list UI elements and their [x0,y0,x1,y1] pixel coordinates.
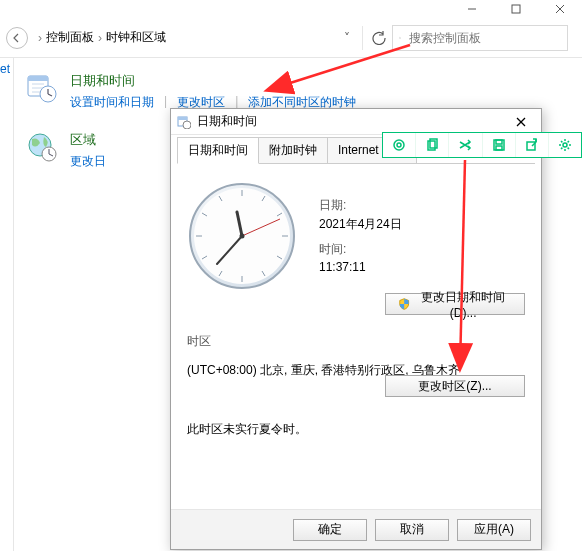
dialog-icon [177,115,191,129]
ok-button[interactable]: 确定 [293,519,367,541]
button-label: 更改时区(Z)... [418,378,491,395]
timezone-section-label: 时区 [187,333,525,350]
svg-point-20 [183,121,191,129]
breadcrumb[interactable]: › 控制面板 › 时钟和区域 [34,29,332,46]
breadcrumb-item[interactable]: 控制面板 [46,29,94,46]
svg-rect-19 [178,117,187,120]
breadcrumb-dropdown[interactable]: ˅ [338,31,356,45]
category-title[interactable]: 日期和时间 [70,72,356,90]
button-label: 取消 [400,521,424,538]
chevron-right-icon: › [38,31,42,45]
window-maximize-button[interactable] [494,0,538,18]
category-date-time: 日期和时间 设置时间和日期 | 更改时区 | 添加不同时区的时钟 [26,72,570,111]
snip-shuffle-button[interactable] [449,133,482,157]
divider: | [164,94,167,111]
shuffle-icon [458,138,472,152]
dst-note: 此时区未实行夏令时。 [187,421,525,438]
apply-button[interactable]: 应用(A) [457,519,531,541]
category-title[interactable]: 区域 [70,131,106,149]
svg-rect-47 [496,146,502,150]
button-label: 应用(A) [474,521,514,538]
sidebar: et [0,58,14,551]
calendar-clock-icon [26,72,58,104]
save-icon [492,138,506,152]
window-close-button[interactable] [538,0,582,18]
tab-label: 日期和时间 [188,143,248,157]
snip-save-button[interactable] [483,133,516,157]
dialog-footer: 确定 取消 应用(A) [171,509,541,549]
svg-rect-46 [496,140,502,144]
snip-share-button[interactable] [516,133,549,157]
change-timezone-button[interactable]: 更改时区(Z)... [385,375,525,397]
svg-point-40 [240,234,245,239]
link-set-datetime[interactable]: 设置时间和日期 [70,94,154,111]
search-input[interactable] [407,30,561,46]
svg-point-41 [394,140,404,150]
tab-additional-clocks[interactable]: 附加时钟 [258,137,328,163]
date-time-dialog: 日期和时间 日期和时间 附加时钟 Internet 时间 [170,108,542,550]
ocr-icon [392,138,406,152]
window-minimize-button[interactable] [450,0,494,18]
svg-rect-7 [28,76,48,81]
nav-back-button[interactable] [6,27,28,49]
svg-point-4 [399,37,400,38]
dialog-close-button[interactable] [507,112,535,132]
tab-label: 附加时钟 [269,143,317,157]
button-label: 确定 [318,521,342,538]
nav-bar: › 控制面板 › 时钟和区域 ˅ [0,18,582,58]
svg-line-5 [400,38,401,39]
analog-clock [187,181,297,291]
refresh-button[interactable] [362,26,386,50]
search-icon [399,32,401,44]
link-change-region[interactable]: 更改日 [70,153,106,170]
svg-rect-1 [512,5,520,13]
share-icon [525,138,539,152]
time-label: 时间: [319,241,525,258]
copy-icon [425,138,439,152]
sidebar-home-link[interactable]: et [0,62,10,76]
gear-icon [558,138,572,152]
date-value: 2021年4月24日 [319,216,525,233]
screenshot-toolbar [382,132,582,158]
dialog-title: 日期和时间 [197,113,501,130]
breadcrumb-item[interactable]: 时钟和区域 [106,29,166,46]
button-label: 更改日期和时间(D)... [414,289,512,320]
date-label: 日期: [319,197,525,214]
snip-settings-button[interactable] [549,133,581,157]
dialog-content: 日期: 2021年4月24日 时间: 11:37:11 更改日期和时间(D)..… [171,163,541,509]
chevron-right-icon: › [98,31,102,45]
search-box[interactable] [392,25,568,51]
snip-copy-button[interactable] [416,133,449,157]
svg-point-49 [563,143,567,147]
change-datetime-button[interactable]: 更改日期和时间(D)... [385,293,525,315]
time-value: 11:37:11 [319,260,525,274]
snip-ocr-button[interactable] [383,133,416,157]
tab-datetime[interactable]: 日期和时间 [177,137,259,164]
shield-icon [398,297,410,311]
globe-clock-icon [26,131,58,163]
cancel-button[interactable]: 取消 [375,519,449,541]
svg-point-42 [397,143,401,147]
